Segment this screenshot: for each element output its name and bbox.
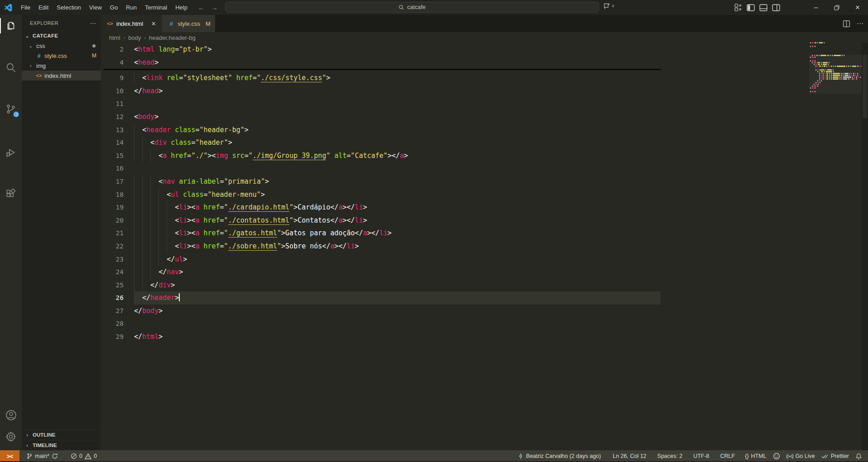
chevron-right-icon: › — [144, 35, 146, 40]
menu-edit[interactable]: Edit — [34, 3, 53, 13]
tab-close-icon[interactable]: ✕ — [149, 19, 158, 28]
menu-run[interactable]: Run — [122, 3, 141, 13]
prettier-button[interactable]: Prettier — [818, 450, 852, 462]
activitybar-run-debug[interactable] — [0, 142, 22, 163]
history-forward-icon[interactable]: → — [211, 4, 218, 11]
split-editor-icon[interactable] — [843, 20, 850, 28]
git-blame-item[interactable]: Beatriz Carvalho (2 days ago) — [514, 450, 604, 462]
editor-group: <> index.html ✕ # style.css M ⋯ html › b… — [101, 15, 868, 450]
code-lines[interactable]: 9<link rel="stylesheet" href="./css/styl… — [101, 69, 868, 343]
tab-style-css[interactable]: # style.css M — [162, 15, 215, 32]
window-minimize-button[interactable]: ─ — [806, 0, 826, 15]
line-number: 25 — [101, 279, 134, 292]
activitybar-settings[interactable] — [0, 426, 22, 448]
language-mode-button[interactable]: {} HTML — [742, 450, 769, 462]
activitybar-source-control[interactable] — [0, 98, 22, 120]
window-restore-button[interactable] — [826, 0, 847, 15]
code-line-15[interactable]: 15<a href="./"><img src="./img/Group 39.… — [101, 149, 868, 162]
code-line-21[interactable]: 21<li><a href="./gatos.html">Gatos para … — [101, 227, 868, 240]
root-folder-label: CATCAFE — [33, 33, 58, 38]
sticky-scroll-shadow — [103, 69, 661, 70]
git-branch-button[interactable]: main* — [23, 450, 61, 462]
toggle-secondary-sidebar-icon[interactable] — [772, 4, 780, 12]
feedback-button[interactable] — [770, 450, 783, 462]
eol-button[interactable]: CRLF — [717, 450, 739, 462]
explorer-more-actions-icon[interactable]: ⋯ — [90, 19, 96, 27]
menu-go[interactable]: Go — [106, 3, 122, 13]
cursor-position-button[interactable]: Ln 26, Col 12 — [609, 450, 649, 462]
menu-selection[interactable]: Selection — [53, 3, 85, 13]
line-number: 21 — [101, 227, 134, 240]
tab-index-html[interactable]: <> index.html ✕ — [101, 15, 162, 32]
timeline-section-header[interactable]: › TIMELINE — [22, 440, 101, 450]
activitybar-extensions[interactable] — [0, 183, 22, 205]
history-back-icon[interactable]: ← — [198, 4, 205, 11]
copilot-button[interactable]: ˅ — [603, 2, 614, 10]
line-number: 15 — [101, 149, 134, 162]
code-line-13[interactable]: 13<header class="header-bg"> — [101, 124, 868, 137]
code-line-19[interactable]: 19<li><a href="./cardapio.html">Cardápio… — [101, 201, 868, 214]
line-number: 14 — [101, 136, 134, 149]
code-line-20[interactable]: 20<li><a href="./contatos.html">Contatos… — [101, 214, 868, 227]
tree-root-catcafe[interactable]: ⌄ CATCAFE — [22, 31, 101, 41]
menu-terminal[interactable]: Terminal — [141, 3, 171, 13]
code-line-18[interactable]: 18<ul class="header-menu"> — [101, 188, 868, 201]
outline-section-header[interactable]: › OUTLINE — [22, 429, 101, 440]
code-line-11[interactable]: 11 — [101, 97, 868, 110]
code-line-27[interactable]: 27</body> — [101, 305, 868, 318]
code-line-4[interactable]: 4<head> — [101, 56, 868, 69]
activity-bar — [0, 15, 22, 450]
code-line-25[interactable]: 25</div> — [101, 279, 868, 292]
code-line-14[interactable]: 14<div class="header"> — [101, 136, 868, 149]
activitybar-search[interactable] — [0, 57, 22, 78]
code-line-16[interactable]: 16 — [101, 162, 868, 175]
editor-more-actions-icon[interactable]: ⋯ — [857, 19, 863, 28]
search-icon — [5, 62, 17, 73]
scrollbar-thumb[interactable] — [863, 55, 867, 118]
go-live-button[interactable]: Go Live — [783, 450, 818, 462]
menu-help[interactable]: Help — [171, 3, 192, 13]
toggle-sidebar-icon[interactable] — [747, 4, 755, 12]
breadcrumb-body[interactable]: body — [128, 34, 141, 41]
tree-item-index-html[interactable]: <> index.html — [22, 71, 101, 81]
code-line-12[interactable]: 12<body> — [101, 110, 868, 124]
line-number: 17 — [101, 175, 134, 188]
clock-icon — [14, 112, 19, 117]
code-line-23[interactable]: 23</ul> — [101, 253, 868, 266]
customize-layout-icon[interactable] — [734, 4, 742, 11]
code-line-9[interactable]: 9<link rel="stylesheet" href="./css/styl… — [101, 71, 868, 85]
sticky-scroll[interactable]: 2<html lang="pt-br">4<head> — [101, 43, 868, 69]
menu-view[interactable]: View — [85, 3, 106, 13]
code-line-22[interactable]: 22<li><a href="./sobre.html">Sobre nós</… — [101, 240, 868, 253]
code-editor[interactable]: 2<html lang="pt-br">4<head> 9<link rel="… — [101, 43, 868, 450]
minimap-slider[interactable] — [809, 55, 863, 94]
line-number: 26 — [101, 291, 134, 305]
smiley-icon — [773, 452, 780, 460]
editor-scrollbar[interactable] — [862, 43, 868, 450]
tree-item-css-folder[interactable]: ⌄ css — [22, 41, 101, 51]
command-center-search[interactable]: catcafe — [225, 2, 599, 13]
breadcrumb-html[interactable]: html — [109, 34, 120, 41]
problems-button[interactable]: 0 0 — [67, 450, 100, 462]
line-number: 19 — [101, 201, 134, 214]
code-line-26[interactable]: 26</header> — [101, 291, 868, 305]
tree-item-style-css[interactable]: # style.css M — [22, 51, 101, 61]
code-line-28[interactable]: 28 — [101, 317, 868, 330]
tree-item-img-folder[interactable]: › img — [22, 61, 101, 71]
encoding-button[interactable]: UTF-8 — [690, 450, 712, 462]
code-line-24[interactable]: 24</nav> — [101, 266, 868, 279]
remote-indicator-button[interactable]: >< — [0, 450, 19, 462]
menu-file[interactable]: File — [17, 3, 34, 13]
minimap[interactable] — [810, 40, 862, 330]
toggle-panel-icon[interactable] — [759, 4, 767, 12]
notifications-button[interactable] — [852, 450, 865, 462]
activitybar-account[interactable] — [0, 404, 22, 426]
code-line-2[interactable]: 2<html lang="pt-br"> — [101, 43, 868, 56]
activitybar-explorer[interactable] — [0, 15, 22, 37]
code-line-17[interactable]: 17<nav aria-label="primaria"> — [101, 175, 868, 188]
window-close-button[interactable]: ✕ — [847, 0, 868, 15]
breadcrumb-header[interactable]: header.header-bg — [149, 34, 196, 41]
code-line-10[interactable]: 10</head> — [101, 85, 868, 98]
code-line-29[interactable]: 29</html> — [101, 330, 868, 343]
indentation-button[interactable]: Spaces: 2 — [654, 450, 686, 462]
